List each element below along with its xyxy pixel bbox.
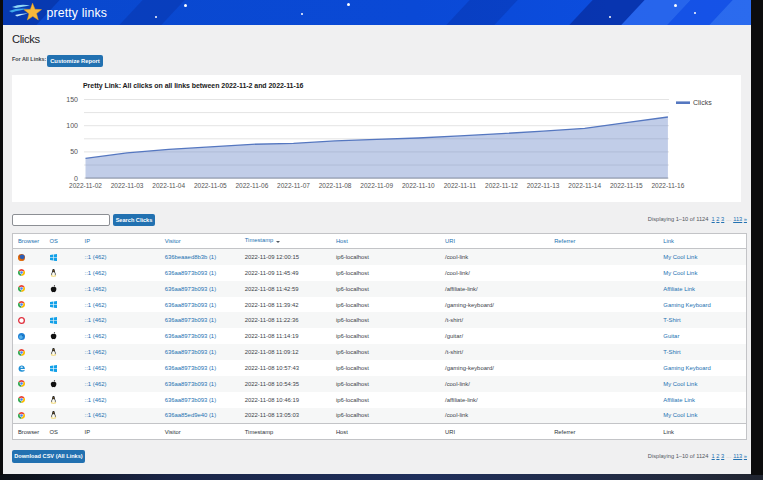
- svg-text:2022-11-02: 2022-11-02: [69, 181, 102, 188]
- svg-text:2022-11-12: 2022-11-12: [485, 181, 518, 188]
- svg-text:2022-11-14: 2022-11-14: [568, 181, 601, 188]
- svg-text:100: 100: [66, 122, 78, 129]
- svg-text:2022-11-05: 2022-11-05: [194, 181, 227, 188]
- svg-text:Pretty Link: All clicks on all: Pretty Link: All clicks on all links bet…: [83, 81, 304, 89]
- svg-text:2022-11-06: 2022-11-06: [236, 181, 269, 188]
- svg-text:2022-11-16: 2022-11-16: [652, 181, 685, 188]
- svg-text:pretty links: pretty links: [47, 6, 108, 20]
- svg-text:150: 150: [66, 96, 78, 103]
- svg-text:2022-11-11: 2022-11-11: [444, 181, 477, 188]
- svg-text:2022-11-08: 2022-11-08: [319, 181, 352, 188]
- svg-text:50: 50: [70, 148, 78, 155]
- svg-text:2022-11-03: 2022-11-03: [111, 181, 144, 188]
- svg-text:2022-11-04: 2022-11-04: [152, 181, 185, 188]
- svg-text:2022-11-13: 2022-11-13: [527, 181, 560, 188]
- svg-text:2022-11-15: 2022-11-15: [610, 181, 643, 188]
- svg-text:2022-11-09: 2022-11-09: [360, 181, 393, 188]
- svg-text:2022-11-10: 2022-11-10: [402, 181, 435, 188]
- svg-text:2022-11-07: 2022-11-07: [277, 181, 310, 188]
- svg-text:Clicks: Clicks: [693, 99, 712, 106]
